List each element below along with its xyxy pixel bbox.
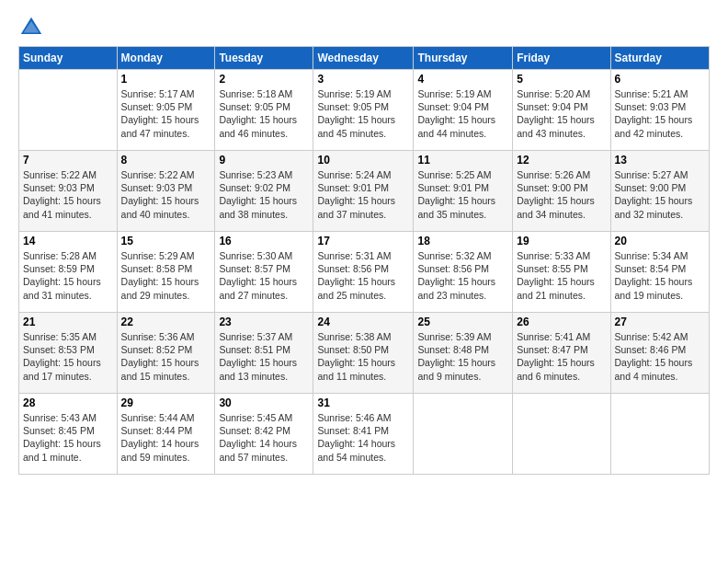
- week-row-3: 21Sunrise: 5:35 AM Sunset: 8:53 PM Dayli…: [19, 313, 710, 394]
- calendar-cell: 10Sunrise: 5:24 AM Sunset: 9:01 PM Dayli…: [313, 151, 414, 232]
- day-number: 22: [121, 316, 211, 328]
- day-number: 13: [615, 154, 705, 167]
- weekday-header-saturday: Saturday: [610, 47, 709, 70]
- day-info: Sunrise: 5:28 AM Sunset: 8:59 PM Dayligh…: [23, 249, 113, 302]
- day-number: 15: [121, 235, 211, 247]
- day-info: Sunrise: 5:35 AM Sunset: 8:53 PM Dayligh…: [23, 330, 113, 383]
- day-number: 16: [219, 235, 309, 247]
- day-info: Sunrise: 5:41 AM Sunset: 8:47 PM Dayligh…: [517, 330, 606, 383]
- day-info: Sunrise: 5:21 AM Sunset: 9:03 PM Dayligh…: [615, 87, 705, 140]
- calendar-cell: 8Sunrise: 5:22 AM Sunset: 9:03 PM Daylig…: [117, 151, 215, 232]
- day-info: Sunrise: 5:22 AM Sunset: 9:03 PM Dayligh…: [121, 168, 211, 221]
- weekday-header-tuesday: Tuesday: [215, 47, 313, 70]
- calendar-cell: 23Sunrise: 5:37 AM Sunset: 8:51 PM Dayli…: [215, 313, 313, 394]
- weekday-header-row: SundayMondayTuesdayWednesdayThursdayFrid…: [19, 47, 710, 70]
- day-info: Sunrise: 5:34 AM Sunset: 8:54 PM Dayligh…: [615, 249, 705, 302]
- day-number: 26: [517, 316, 606, 328]
- calendar: SundayMondayTuesdayWednesdayThursdayFrid…: [18, 46, 710, 475]
- day-info: Sunrise: 5:43 AM Sunset: 8:45 PM Dayligh…: [23, 411, 113, 464]
- calendar-cell: 11Sunrise: 5:25 AM Sunset: 9:01 PM Dayli…: [414, 151, 513, 232]
- day-info: Sunrise: 5:18 AM Sunset: 9:05 PM Dayligh…: [219, 87, 309, 140]
- day-number: 9: [219, 154, 309, 167]
- calendar-cell: 6Sunrise: 5:21 AM Sunset: 9:03 PM Daylig…: [610, 70, 709, 151]
- calendar-cell: 27Sunrise: 5:42 AM Sunset: 8:46 PM Dayli…: [610, 313, 709, 394]
- day-info: Sunrise: 5:26 AM Sunset: 9:00 PM Dayligh…: [517, 168, 606, 221]
- calendar-cell: 12Sunrise: 5:26 AM Sunset: 9:00 PM Dayli…: [513, 151, 610, 232]
- calendar-cell: 26Sunrise: 5:41 AM Sunset: 8:47 PM Dayli…: [513, 313, 610, 394]
- day-info: Sunrise: 5:37 AM Sunset: 8:51 PM Dayligh…: [219, 330, 309, 383]
- day-number: 18: [417, 235, 508, 247]
- calendar-cell: [19, 70, 118, 151]
- calendar-cell: [610, 394, 709, 475]
- calendar-cell: [414, 394, 513, 475]
- calendar-cell: 14Sunrise: 5:28 AM Sunset: 8:59 PM Dayli…: [19, 232, 118, 313]
- day-number: 8: [121, 154, 211, 167]
- day-number: 3: [317, 73, 409, 86]
- day-number: 5: [517, 73, 606, 86]
- calendar-cell: 17Sunrise: 5:31 AM Sunset: 8:56 PM Dayli…: [313, 232, 414, 313]
- day-info: Sunrise: 5:38 AM Sunset: 8:50 PM Dayligh…: [317, 330, 409, 383]
- day-info: Sunrise: 5:42 AM Sunset: 8:46 PM Dayligh…: [615, 330, 705, 383]
- calendar-cell: [513, 394, 610, 475]
- day-info: Sunrise: 5:32 AM Sunset: 8:56 PM Dayligh…: [417, 249, 508, 302]
- day-number: 14: [23, 235, 113, 247]
- weekday-header-thursday: Thursday: [414, 47, 513, 70]
- day-number: 31: [317, 396, 409, 409]
- week-row-1: 7Sunrise: 5:22 AM Sunset: 9:03 PM Daylig…: [19, 151, 710, 232]
- day-number: 20: [615, 235, 705, 247]
- calendar-cell: 7Sunrise: 5:22 AM Sunset: 9:03 PM Daylig…: [19, 151, 118, 232]
- week-row-2: 14Sunrise: 5:28 AM Sunset: 8:59 PM Dayli…: [19, 232, 710, 313]
- calendar-cell: 15Sunrise: 5:29 AM Sunset: 8:58 PM Dayli…: [117, 232, 215, 313]
- day-info: Sunrise: 5:23 AM Sunset: 9:02 PM Dayligh…: [219, 168, 309, 221]
- header: [18, 15, 710, 40]
- calendar-cell: 30Sunrise: 5:45 AM Sunset: 8:42 PM Dayli…: [215, 394, 313, 475]
- calendar-cell: 31Sunrise: 5:46 AM Sunset: 8:41 PM Dayli…: [313, 394, 414, 475]
- day-number: 17: [317, 235, 409, 247]
- day-info: Sunrise: 5:19 AM Sunset: 9:05 PM Dayligh…: [317, 87, 409, 140]
- weekday-header-monday: Monday: [117, 47, 215, 70]
- calendar-cell: 5Sunrise: 5:20 AM Sunset: 9:04 PM Daylig…: [513, 70, 610, 151]
- day-info: Sunrise: 5:39 AM Sunset: 8:48 PM Dayligh…: [417, 330, 508, 383]
- day-number: 19: [517, 235, 606, 247]
- calendar-cell: 22Sunrise: 5:36 AM Sunset: 8:52 PM Dayli…: [117, 313, 215, 394]
- calendar-cell: 13Sunrise: 5:27 AM Sunset: 9:00 PM Dayli…: [610, 151, 709, 232]
- calendar-cell: 24Sunrise: 5:38 AM Sunset: 8:50 PM Dayli…: [313, 313, 414, 394]
- calendar-cell: 4Sunrise: 5:19 AM Sunset: 9:04 PM Daylig…: [414, 70, 513, 151]
- calendar-cell: 29Sunrise: 5:44 AM Sunset: 8:44 PM Dayli…: [117, 394, 215, 475]
- page: SundayMondayTuesdayWednesdayThursdayFrid…: [0, 0, 728, 484]
- day-info: Sunrise: 5:25 AM Sunset: 9:01 PM Dayligh…: [417, 168, 508, 221]
- day-info: Sunrise: 5:27 AM Sunset: 9:00 PM Dayligh…: [615, 168, 705, 221]
- weekday-header-wednesday: Wednesday: [313, 47, 414, 70]
- day-info: Sunrise: 5:30 AM Sunset: 8:57 PM Dayligh…: [219, 249, 309, 302]
- calendar-cell: 1Sunrise: 5:17 AM Sunset: 9:05 PM Daylig…: [117, 70, 215, 151]
- day-info: Sunrise: 5:17 AM Sunset: 9:05 PM Dayligh…: [121, 87, 211, 140]
- calendar-cell: 20Sunrise: 5:34 AM Sunset: 8:54 PM Dayli…: [610, 232, 709, 313]
- day-info: Sunrise: 5:45 AM Sunset: 8:42 PM Dayligh…: [219, 411, 309, 464]
- day-number: 4: [417, 73, 508, 86]
- calendar-cell: 9Sunrise: 5:23 AM Sunset: 9:02 PM Daylig…: [215, 151, 313, 232]
- day-number: 27: [615, 316, 705, 328]
- calendar-cell: 25Sunrise: 5:39 AM Sunset: 8:48 PM Dayli…: [414, 313, 513, 394]
- day-info: Sunrise: 5:22 AM Sunset: 9:03 PM Dayligh…: [23, 168, 113, 221]
- day-number: 7: [23, 154, 113, 167]
- calendar-cell: 21Sunrise: 5:35 AM Sunset: 8:53 PM Dayli…: [19, 313, 118, 394]
- day-number: 24: [317, 316, 409, 328]
- calendar-cell: 18Sunrise: 5:32 AM Sunset: 8:56 PM Dayli…: [414, 232, 513, 313]
- logo: [18, 15, 48, 40]
- day-number: 2: [219, 73, 309, 86]
- day-info: Sunrise: 5:24 AM Sunset: 9:01 PM Dayligh…: [317, 168, 409, 221]
- day-number: 10: [317, 154, 409, 167]
- day-number: 30: [219, 396, 309, 409]
- day-number: 6: [615, 73, 705, 86]
- weekday-header-sunday: Sunday: [19, 47, 118, 70]
- calendar-cell: 2Sunrise: 5:18 AM Sunset: 9:05 PM Daylig…: [215, 70, 313, 151]
- day-number: 12: [517, 154, 606, 167]
- weekday-header-friday: Friday: [513, 47, 610, 70]
- calendar-cell: 16Sunrise: 5:30 AM Sunset: 8:57 PM Dayli…: [215, 232, 313, 313]
- day-info: Sunrise: 5:46 AM Sunset: 8:41 PM Dayligh…: [317, 411, 409, 464]
- week-row-4: 28Sunrise: 5:43 AM Sunset: 8:45 PM Dayli…: [19, 394, 710, 475]
- day-info: Sunrise: 5:36 AM Sunset: 8:52 PM Dayligh…: [121, 330, 211, 383]
- day-info: Sunrise: 5:19 AM Sunset: 9:04 PM Dayligh…: [417, 87, 508, 140]
- week-row-0: 1Sunrise: 5:17 AM Sunset: 9:05 PM Daylig…: [19, 70, 710, 151]
- day-number: 21: [23, 316, 113, 328]
